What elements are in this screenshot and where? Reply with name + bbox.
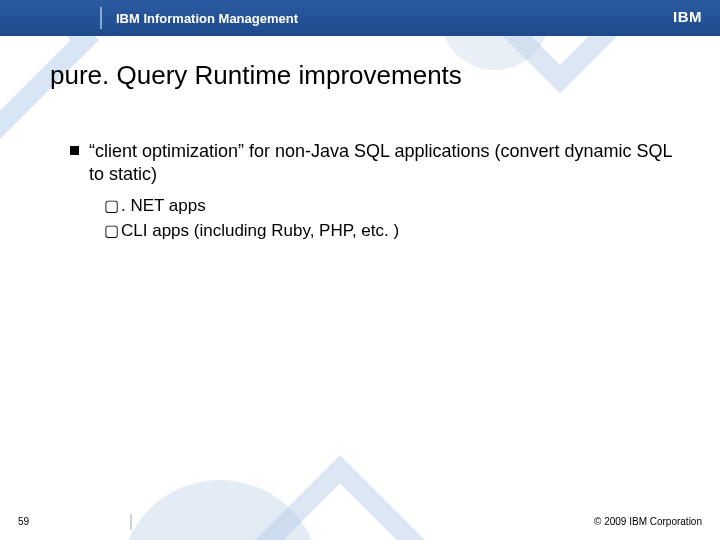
header-divider [100,7,102,29]
bullet-level1: “client optimization” for non-Java SQL a… [70,140,680,187]
ibm-logo: IBM [673,8,702,25]
footer-divider [130,514,132,530]
footer-bar: 59 © 2009 IBM Corporation [0,510,720,540]
page-number: 59 [18,516,29,527]
header-title: IBM Information Management [116,11,298,26]
sub-bullet-text: CLI apps (including Ruby, PHP, etc. ) [121,220,399,243]
content-area: “client optimization” for non-Java SQL a… [70,140,680,245]
bullet-level2: ▢ CLI apps (including Ruby, PHP, etc. ) [104,220,680,243]
sub-bullet-list: ▢ . NET apps ▢ CLI apps (including Ruby,… [104,195,680,243]
hollow-square-icon: ▢ [104,195,119,217]
sub-bullet-text: . NET apps [121,195,206,218]
copyright-text: © 2009 IBM Corporation [594,516,702,527]
slide-title: pure. Query Runtime improvements [50,60,462,91]
header-bar: IBM Information Management IBM [0,0,720,36]
hollow-square-icon: ▢ [104,220,119,242]
bullet-text: “client optimization” for non-Java SQL a… [89,140,680,187]
bullet-level2: ▢ . NET apps [104,195,680,218]
square-bullet-icon [70,146,79,155]
